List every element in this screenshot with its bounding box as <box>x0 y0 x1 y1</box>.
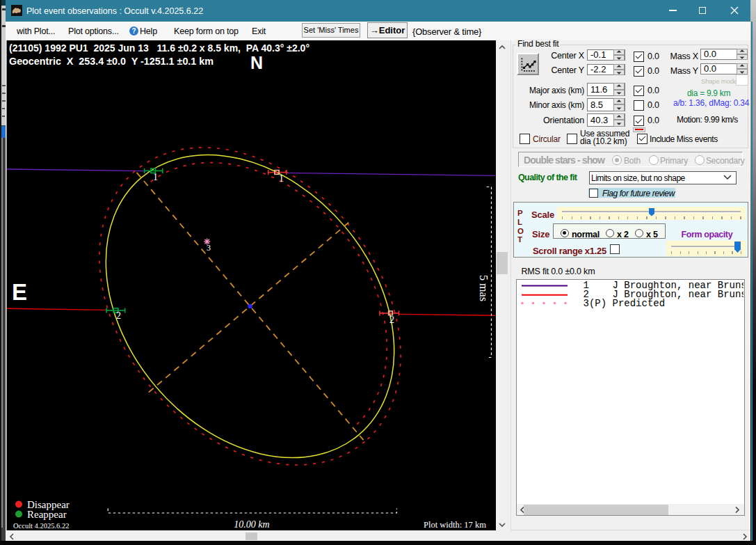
svg-text:10.00 km: 10.00 km <box>234 519 269 530</box>
svg-text:Plot width: 17 km: Plot width: 17 km <box>424 520 486 530</box>
svg-text:2: 2 <box>389 315 394 325</box>
svg-text:5 mas: 5 mas <box>478 275 490 301</box>
svg-text:3: 3 <box>207 243 211 253</box>
svg-text:(21105) 1992 PU1 2025 Jun 13: (21105) 1992 PU1 2025 Jun 13 11.6 ±0.2 x… <box>9 42 309 54</box>
svg-text:E: E <box>12 279 27 305</box>
svg-text:Reappear: Reappear <box>27 509 67 520</box>
svg-text:Geocentric X 253.4 ±0.0 Y -: Geocentric X 253.4 ±0.0 Y -1251.1 ±0.1 k… <box>9 55 214 67</box>
svg-text:Occult 4.2025.6.22: Occult 4.2025.6.22 <box>13 522 70 530</box>
svg-text:2: 2 <box>116 310 121 321</box>
svg-text:1: 1 <box>279 173 284 184</box>
svg-text:1: 1 <box>153 172 158 182</box>
svg-text:N: N <box>250 53 263 72</box>
